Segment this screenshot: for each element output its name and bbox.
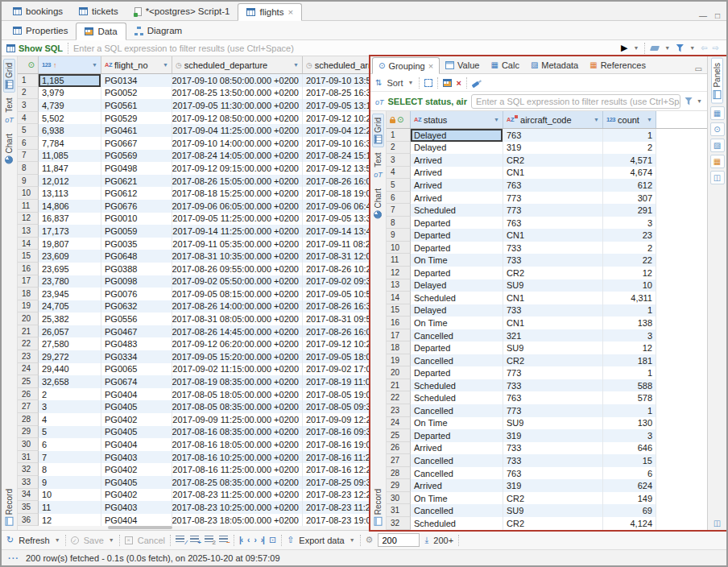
grid-cell[interactable]: 2017-08-19 08:35:00.000 +0200 (172, 375, 303, 388)
row-number[interactable]: 31 (18, 451, 39, 464)
grid-cell[interactable]: PG0052 (101, 87, 172, 100)
row-number[interactable]: 18 (387, 341, 411, 354)
grid-cell[interactable]: 2017-08-16 09:30: (303, 426, 369, 439)
row-number[interactable]: 29 (387, 479, 411, 492)
grid-cell[interactable]: 2017-08-26 09:55:00.000 +0200 (172, 263, 303, 275)
toggle-grouping-panel[interactable]: ⊙ (710, 122, 725, 136)
row-number[interactable]: 24 (18, 363, 39, 376)
grid-cell[interactable]: PG0402 (101, 463, 172, 476)
grid-cell[interactable]: 2017-09-06 06:45: (303, 200, 369, 213)
grid-cell[interactable]: 16,837 (39, 213, 101, 226)
grid-cell[interactable]: 2017-09-12 09:15:00.000 +0200 (172, 162, 303, 175)
grid-cell[interactable]: 149 (603, 492, 656, 505)
chevron-down-icon[interactable]: ▼ (350, 537, 355, 543)
grid-cell[interactable]: 2017-09-06 06:05:00.000 +0200 (172, 200, 303, 213)
grid-cell[interactable]: PG0098 (101, 275, 172, 288)
maximize-icon[interactable]: □ (715, 11, 720, 20)
grid-cell[interactable]: 2017-08-23 10:25:00.000 +0200 (172, 501, 303, 514)
chevron-down-icon[interactable]: ▼ (633, 45, 639, 51)
grid-cell[interactable]: 25,382 (39, 312, 101, 325)
grid-cell[interactable]: Delayed (411, 129, 503, 142)
row-number[interactable]: 21 (387, 379, 411, 392)
grid-cell[interactable]: Departed (411, 229, 503, 242)
row-number[interactable]: 2 (387, 142, 411, 155)
row-number[interactable]: 30 (387, 492, 411, 505)
filter-input[interactable]: Enter a SQL expression to filter results… (73, 43, 294, 53)
chevron-down-icon[interactable]: ▼ (664, 45, 670, 51)
grid-cell[interactable]: 11,847 (39, 162, 101, 175)
grid-cell[interactable]: 24,705 (39, 300, 101, 313)
editor-tab-script[interactable]: *<postgres> Script-1 (126, 2, 238, 20)
minimize-panel-icon[interactable]: ▭ (695, 64, 707, 73)
chevron-down-icon[interactable]: ▼ (293, 62, 299, 68)
chevron-down-icon[interactable]: ▼ (689, 45, 695, 51)
grid-cell[interactable]: 2017-09-10 16:30: (303, 137, 369, 150)
presentation-tab-text[interactable]: Text (372, 149, 384, 183)
grid-cell[interactable]: CN1 (503, 229, 603, 242)
grid-cell[interactable]: 23,695 (39, 263, 101, 275)
grid-cell[interactable]: PG0648 (101, 250, 172, 263)
grid-cell[interactable]: 2017-08-18 15:25:00.000 +0200 (172, 187, 303, 200)
grid-cell[interactable]: 2017-08-24 14:05:00.000 +0200 (172, 150, 303, 163)
row-number[interactable]: 17 (387, 329, 411, 342)
row-number[interactable]: 16 (18, 263, 39, 275)
grid-cell[interactable]: 321 (503, 329, 603, 342)
grid-cell[interactable]: 2017-09-09 11:25:00.000 +0200 (172, 413, 303, 426)
grid-cell[interactable]: 2017-09-12 08:50:00.000 +0200 (172, 112, 303, 125)
grid-cell[interactable]: PG0561 (101, 99, 172, 112)
refresh-icon[interactable]: ↻ (6, 535, 14, 545)
row-number[interactable]: 24 (387, 417, 411, 430)
back-arrow-icon[interactable]: ⇦ (701, 43, 706, 52)
grid-cell[interactable]: 2017-09-05 11:25:00.000 +0200 (172, 213, 303, 226)
grid-cell[interactable]: 8 (39, 463, 101, 476)
grid-cell[interactable]: 2017-08-25 09:30: (303, 476, 369, 489)
chevron-down-icon[interactable]: ▼ (109, 537, 114, 543)
row-number[interactable]: 11 (387, 254, 411, 267)
grid-cell[interactable]: 6 (39, 438, 101, 451)
grid-cell[interactable]: CN1 (503, 317, 603, 329)
row-number[interactable]: 19 (387, 354, 411, 367)
grid-cell[interactable]: PG0498 (101, 162, 172, 175)
grid-cell[interactable]: CR2 (503, 517, 603, 530)
editor-tab-tickets[interactable]: tickets (71, 2, 126, 20)
grid-cell[interactable]: Delayed (411, 304, 503, 317)
close-icon[interactable]: × (428, 61, 433, 71)
grid-cell[interactable]: PG0632 (101, 300, 172, 313)
grid-cell[interactable]: 1 (603, 129, 656, 142)
row-number[interactable]: 1 (18, 74, 39, 87)
grid-cell[interactable]: Arrived (411, 179, 503, 192)
sort-button[interactable]: Sort (387, 78, 403, 88)
panels-tab[interactable]: Panels (711, 58, 723, 104)
grid-cell[interactable]: On Time (411, 317, 503, 329)
chevron-down-icon[interactable]: ▼ (494, 117, 499, 122)
editor-tab-bookings[interactable]: bookings (5, 2, 71, 20)
grid-cell[interactable]: 2017-09-02 11:15:00.000 +0200 (172, 363, 303, 376)
grid-cell[interactable]: 733 (503, 254, 603, 267)
row-number[interactable]: 3 (18, 99, 39, 112)
grid-cell[interactable]: PG0010 (101, 213, 172, 226)
grid-cell[interactable]: 10 (39, 489, 101, 502)
grid-cell[interactable]: 2017-08-26 15:05:00.000 +0200 (172, 175, 303, 188)
grid-cell[interactable]: PG0405 (101, 426, 172, 439)
grid-cell[interactable]: 181 (603, 354, 656, 367)
apply-filter-button[interactable]: ▶ (621, 43, 627, 53)
row-number[interactable]: 9 (18, 175, 39, 188)
row-number[interactable]: 28 (18, 413, 39, 426)
grid-cell[interactable]: 4,571 (603, 154, 656, 167)
row-number[interactable]: 17 (18, 275, 39, 288)
grid-cell[interactable]: Arrived (411, 154, 503, 167)
row-number[interactable]: 20 (18, 312, 39, 325)
grid-cell[interactable]: PG0076 (101, 288, 172, 300)
row-number[interactable]: 22 (387, 391, 411, 404)
row-number[interactable]: 11 (18, 200, 39, 213)
grid-cell[interactable]: 2017-09-05 15:20:00.000 +0200 (172, 350, 303, 363)
grid-cell[interactable]: Departed (411, 267, 503, 279)
grid-cell[interactable]: PG0035 (101, 238, 172, 250)
panel-tab-metadata[interactable]: ▨ Metadata (525, 56, 584, 73)
grid-cell[interactable]: 2017-09-12 06:20:00.000 +0200 (172, 337, 303, 350)
previous-row-button[interactable]: ‹ (247, 536, 249, 544)
corner-header[interactable]: ⊙ (18, 56, 39, 73)
grid-cell[interactable]: 733 (503, 442, 603, 455)
layout-icon[interactable]: ◫ (710, 516, 725, 530)
grid-cell[interactable]: PG0134 (101, 74, 172, 87)
